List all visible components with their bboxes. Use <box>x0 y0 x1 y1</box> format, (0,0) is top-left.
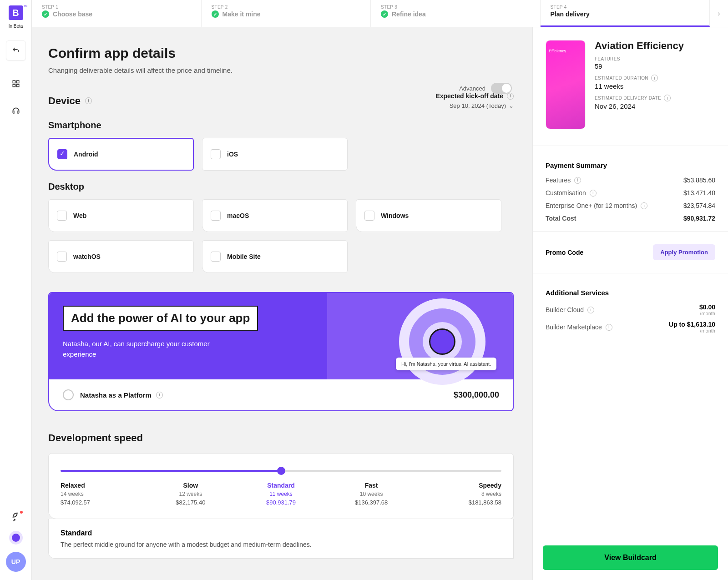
checkbox-icon <box>57 149 67 159</box>
check-icon: ✓ <box>212 10 219 18</box>
duration-value: 11 weeks <box>595 82 715 90</box>
app-thumbnail <box>546 40 586 129</box>
check-icon: ✓ <box>381 10 388 18</box>
payment-summary-title: Payment Summary <box>533 152 728 174</box>
info-icon[interactable]: i <box>587 307 594 313</box>
apps-icon[interactable] <box>11 79 21 89</box>
support-icon[interactable] <box>11 106 21 116</box>
speed-fast[interactable]: Fast10 weeks$136,397.68 <box>332 482 411 506</box>
info-icon[interactable]: i <box>574 177 581 184</box>
app-logo: B <box>9 5 23 20</box>
stepper: STEP 1 ✓Choose base STEP 2 ✓Make it mine… <box>32 0 728 27</box>
info-icon[interactable]: i <box>606 324 612 331</box>
speed-standard[interactable]: Standard11 weeks$90,931.79 <box>241 482 320 506</box>
svg-rect-3 <box>16 85 19 87</box>
line-builder-cloud: Builder Cloudi $0.00/month <box>533 301 728 318</box>
info-icon[interactable]: i <box>590 190 597 197</box>
line-features: Featuresi$53,885.60 <box>533 174 728 187</box>
promo-label: Promo Code <box>546 249 583 256</box>
undo-button[interactable] <box>6 40 26 61</box>
info-icon[interactable]: i <box>641 202 647 209</box>
speed-slow[interactable]: Slow12 weeks$82,175.40 <box>151 482 230 506</box>
line-total: Total Cost$90,931.72 <box>533 212 728 225</box>
ai-banner-title: Add the power of AI to your app <box>63 306 258 331</box>
left-sidebar: B In Beta UP <box>0 0 32 580</box>
steps-next-arrow[interactable]: › <box>710 0 728 27</box>
check-icon: ✓ <box>42 10 49 18</box>
apply-promotion-button[interactable]: Apply Promotion <box>653 244 715 260</box>
speed-section-title: Development speed <box>48 432 514 444</box>
slider-thumb[interactable] <box>277 467 285 475</box>
user-avatar[interactable]: UP <box>6 552 26 572</box>
device-section-title: Device i <box>48 95 92 107</box>
line-customisation: Customisationi$13,471.40 <box>533 187 728 199</box>
undo-icon <box>12 46 20 55</box>
speed-selector: Relaxed14 weeks$74,092.57 Slow12 weeks$8… <box>48 453 514 519</box>
natasha-radio[interactable] <box>63 389 74 400</box>
line-enterprise: Enterprise One+ (for 12 months)i$23,574.… <box>533 199 728 212</box>
step-choose-base[interactable]: STEP 1 ✓Choose base <box>32 0 202 27</box>
device-web[interactable]: Web <box>48 199 194 232</box>
natasha-price: $300,000.00 <box>454 390 499 400</box>
beta-label: In Beta <box>9 24 23 29</box>
natasha-platform-label: Natasha as a Platform i <box>80 391 163 399</box>
speed-slider[interactable] <box>61 470 501 472</box>
kickoff-date-picker[interactable]: Sep 10, 2024 (Today) ⌄ <box>435 102 514 109</box>
chevron-down-icon: ⌄ <box>509 102 514 109</box>
device-android[interactable]: Android <box>48 138 194 171</box>
page-subtitle: Changing deliverable details will affect… <box>48 66 514 74</box>
summary-panel: Aviation Efficiency FEATURES 59 ESTIMATE… <box>532 27 728 580</box>
upgrade-icon[interactable] <box>11 512 21 524</box>
advanced-label: Advanced <box>459 85 485 92</box>
speed-description: Standard The perfect middle ground for a… <box>48 519 514 559</box>
additional-services-title: Additional Services <box>533 280 728 301</box>
device-ios[interactable]: iOS <box>202 138 348 171</box>
step-refine-idea[interactable]: STEP 3 ✓Refine idea <box>371 0 541 27</box>
speed-speedy[interactable]: Speedy8 weeks$181,863.58 <box>422 482 501 506</box>
advanced-toggle[interactable] <box>491 83 512 94</box>
step-plan-delivery[interactable]: STEP 4 Plan delivery <box>541 0 710 27</box>
device-windows[interactable]: Windows <box>356 199 501 232</box>
info-icon[interactable]: i <box>664 95 671 101</box>
notification-dot <box>19 510 24 514</box>
smartphone-heading: Smartphone <box>48 120 514 131</box>
natasha-eye-icon <box>399 298 485 385</box>
features-count: 59 <box>595 62 715 70</box>
main-content: Confirm app details Changing deliverable… <box>32 27 532 577</box>
checkbox-icon <box>211 149 221 159</box>
status-indicator[interactable] <box>9 531 23 545</box>
view-buildcard-button[interactable]: View Buildcard <box>543 545 718 570</box>
info-icon[interactable]: i <box>85 97 92 104</box>
delivery-date: Nov 26, 2024 <box>595 102 715 110</box>
svg-rect-0 <box>13 81 15 83</box>
svg-rect-2 <box>13 85 15 87</box>
ai-banner: Add the power of AI to your app Natasha,… <box>48 292 514 411</box>
speed-relaxed[interactable]: Relaxed14 weeks$74,092.57 <box>61 482 140 506</box>
natasha-tooltip: Hi, I'm Natasha, your virtual AI assista… <box>396 358 496 370</box>
device-watchos[interactable]: watchOS <box>48 240 194 273</box>
line-builder-marketplace: Builder Marketplacei Up to $1,613.10/mon… <box>533 318 728 336</box>
info-icon[interactable]: i <box>156 392 163 398</box>
desktop-heading: Desktop <box>48 182 514 192</box>
ai-banner-desc: Natasha, our AI, can supercharge your cu… <box>63 339 236 359</box>
device-macos[interactable]: macOS <box>202 199 348 232</box>
app-name: Aviation Efficiency <box>595 40 715 52</box>
svg-rect-1 <box>16 81 19 83</box>
step-make-it-mine[interactable]: STEP 2 ✓Make it mine <box>202 0 371 27</box>
page-title: Confirm app details <box>48 45 514 61</box>
device-mobile-site[interactable]: Mobile Site <box>202 240 348 273</box>
info-icon[interactable]: i <box>651 75 658 81</box>
